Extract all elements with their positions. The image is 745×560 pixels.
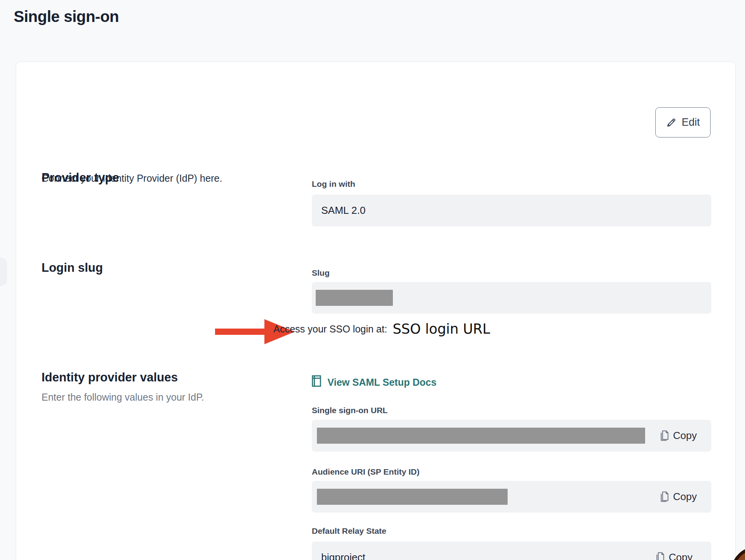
edit-button-label: Edit — [682, 116, 700, 128]
saml-docs-link[interactable]: View SAML Setup Docs — [312, 375, 436, 389]
sso-url-field: Copy — [312, 420, 711, 452]
audience-uri-field: Copy — [312, 481, 711, 513]
copy-icon — [659, 491, 669, 503]
audience-uri-label: Audience URI (SP Entity ID) — [312, 467, 420, 477]
annotation-arrow-shaft — [215, 329, 270, 335]
copy-button-label: Copy — [673, 430, 697, 442]
sso-url-redacted-value — [317, 428, 645, 444]
access-text: Access your SSO login at: — [273, 323, 387, 335]
copy-sso-url-button[interactable]: Copy — [659, 430, 697, 442]
sso-settings-card: Connect your Identity Provider (IdP) her… — [16, 61, 736, 560]
left-edge-handle — [0, 258, 7, 286]
slug-field — [312, 282, 711, 314]
sso-login-url-annotation: SSO login URL — [392, 321, 490, 337]
idp-values-heading: Identity provider values — [42, 370, 178, 385]
provider-type-field: SAML 2.0 — [312, 195, 711, 226]
copy-audience-uri-button[interactable]: Copy — [659, 491, 697, 503]
page-title: Single sign-on — [14, 8, 119, 25]
idp-values-subheading: Enter the following values in your IdP. — [42, 392, 204, 403]
copy-icon — [655, 552, 665, 560]
provider-type-heading: Provider type — [42, 171, 119, 185]
journal-icon — [312, 375, 321, 389]
edit-button[interactable]: Edit — [655, 107, 711, 137]
relay-state-label: Default Relay State — [312, 526, 386, 536]
slug-redacted-value — [316, 290, 393, 306]
login-slug-heading: Login slug — [42, 261, 103, 275]
provider-type-value: SAML 2.0 — [321, 204, 365, 217]
copy-button-label: Copy — [673, 491, 697, 503]
pencil-icon — [666, 117, 677, 128]
copy-icon — [659, 430, 669, 442]
sso-access-line: Access your SSO login at: SSO login URL — [273, 321, 490, 337]
login-with-label: Log in with — [312, 179, 355, 189]
saml-docs-link-label: View SAML Setup Docs — [327, 377, 436, 388]
copy-relay-state-button[interactable]: Copy — [655, 551, 693, 560]
audience-uri-redacted-value — [317, 489, 508, 505]
relay-state-field: bigproject Copy — [312, 542, 711, 560]
slug-label: Slug — [312, 268, 330, 278]
copy-button-label: Copy — [669, 551, 693, 560]
relay-state-value: bigproject — [321, 551, 365, 560]
sso-url-label: Single sign-on URL — [312, 406, 388, 415]
